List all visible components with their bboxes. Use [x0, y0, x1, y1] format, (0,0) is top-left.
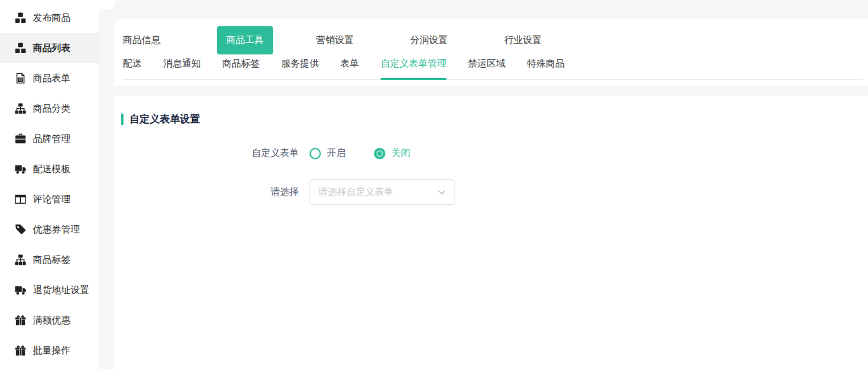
sidebar-item[interactable]: 商品表单 — [0, 63, 99, 93]
sidebar-item-label: 批量操作 — [33, 345, 70, 357]
sitemap-icon — [15, 103, 26, 114]
section-accent-bar — [121, 114, 124, 125]
page-title: 自定义表单设置 — [130, 113, 200, 126]
sidebar-item-label: 商品分类 — [33, 103, 70, 115]
custom-form-toggle-label: 自定义表单 — [121, 147, 299, 159]
sidebar-item-label: 优惠券管理 — [33, 224, 80, 236]
sidebar-item[interactable]: 商品分类 — [0, 93, 99, 124]
sidebar-item[interactable]: 满额优惠 — [0, 305, 99, 335]
chevron-down-icon — [438, 188, 446, 196]
gift-icon — [15, 315, 26, 326]
sidebar-item[interactable]: 商品标签 — [0, 245, 99, 275]
sidebar-item[interactable]: 优惠券管理 — [0, 214, 99, 245]
select-label: 请选择 — [121, 186, 299, 198]
corner-notch — [99, 0, 115, 9]
sidebar-item[interactable]: 评论管理 — [0, 184, 99, 214]
tab-primary[interactable]: 行业设置 — [504, 34, 542, 46]
custom-form-toggle-row: 自定义表单 开启关闭 — [121, 147, 868, 159]
sidebar-item-label: 商品表单 — [33, 73, 70, 85]
tab-secondary[interactable]: 表单 — [340, 58, 359, 80]
sidebar-item[interactable]: 商品列表 — [0, 33, 99, 63]
tab-secondary[interactable]: 配送 — [123, 58, 142, 80]
sidebar-item-label: 退货地址设置 — [33, 284, 89, 296]
radio-option-label: 关闭 — [391, 147, 410, 159]
primary-tabs: 商品信息商品工具营销设置分润设置行业设置 — [123, 24, 863, 56]
settings-card: 自定义表单设置 自定义表单 开启关闭 请选择 请选择自定义表单 — [114, 95, 868, 369]
select-placeholder: 请选择自定义表单 — [318, 186, 393, 198]
sitemap-icon — [15, 254, 26, 265]
columns-icon — [15, 194, 26, 205]
tabs-card: 商品信息商品工具营销设置分润设置行业设置 配送消息通知商品标签服务提供表单自定义… — [114, 19, 868, 86]
tag-icon — [15, 224, 26, 235]
radio-option-label: 开启 — [327, 147, 346, 159]
sidebar-item[interactable]: 批量操作 — [0, 335, 99, 366]
file-excel-icon — [15, 73, 26, 84]
truck-icon — [15, 284, 26, 296]
tab-primary[interactable]: 营销设置 — [316, 34, 354, 46]
sidebar-item[interactable]: 退货地址设置 — [0, 275, 99, 305]
sidebar-item-label: 满额优惠 — [33, 315, 70, 327]
cubes-icon — [15, 42, 26, 54]
custom-form-select-row: 请选择 请选择自定义表单 — [121, 179, 868, 205]
tab-secondary[interactable]: 商品标签 — [222, 58, 260, 80]
truck-icon — [15, 163, 26, 175]
sidebar-menu: 发布商品商品列表商品表单商品分类品牌管理配送模板评论管理优惠券管理商品标签退货地… — [0, 3, 99, 366]
custom-form-radio-group: 开启关闭 — [309, 147, 438, 159]
sidebar-item[interactable]: 配送模板 — [0, 154, 99, 184]
sidebar-item-label: 配送模板 — [33, 163, 70, 175]
sidebar-item[interactable]: 发布商品 — [0, 3, 99, 33]
radio-option[interactable]: 关闭 — [374, 147, 410, 159]
radio-icon — [309, 148, 321, 159]
sidebar-item-label: 商品列表 — [33, 42, 70, 54]
tab-secondary[interactable]: 禁运区域 — [468, 58, 505, 80]
tab-secondary[interactable]: 特殊商品 — [527, 58, 565, 80]
custom-form-select[interactable]: 请选择自定义表单 — [309, 179, 454, 205]
briefcase-icon — [15, 133, 26, 145]
sidebar-item-label: 品牌管理 — [33, 133, 70, 145]
sidebar-item-label: 评论管理 — [33, 194, 70, 206]
tab-secondary[interactable]: 服务提供 — [281, 58, 319, 80]
tab-primary[interactable]: 商品信息 — [123, 34, 160, 46]
secondary-tabs: 配送消息通知商品标签服务提供表单自定义表单管理禁运区域特殊商品 — [123, 58, 863, 80]
radio-option[interactable]: 开启 — [309, 147, 346, 159]
cubes-icon — [15, 12, 26, 24]
sidebar-item-label: 发布商品 — [33, 12, 70, 24]
tab-primary[interactable]: 商品工具 — [217, 26, 273, 54]
sidebar-item[interactable]: 品牌管理 — [0, 124, 99, 154]
tab-secondary[interactable]: 自定义表单管理 — [381, 58, 446, 80]
tab-primary[interactable]: 分润设置 — [410, 34, 448, 46]
gift-icon — [15, 345, 26, 356]
sidebar: 发布商品商品列表商品表单商品分类品牌管理配送模板评论管理优惠券管理商品标签退货地… — [0, 0, 99, 369]
section-header: 自定义表单设置 — [121, 113, 868, 126]
tab-secondary[interactable]: 消息通知 — [163, 58, 201, 80]
radio-icon — [374, 148, 385, 159]
main-content: 商品信息商品工具营销设置分润设置行业设置 配送消息通知商品标签服务提供表单自定义… — [114, 0, 868, 369]
sidebar-item-label: 商品标签 — [33, 254, 70, 266]
